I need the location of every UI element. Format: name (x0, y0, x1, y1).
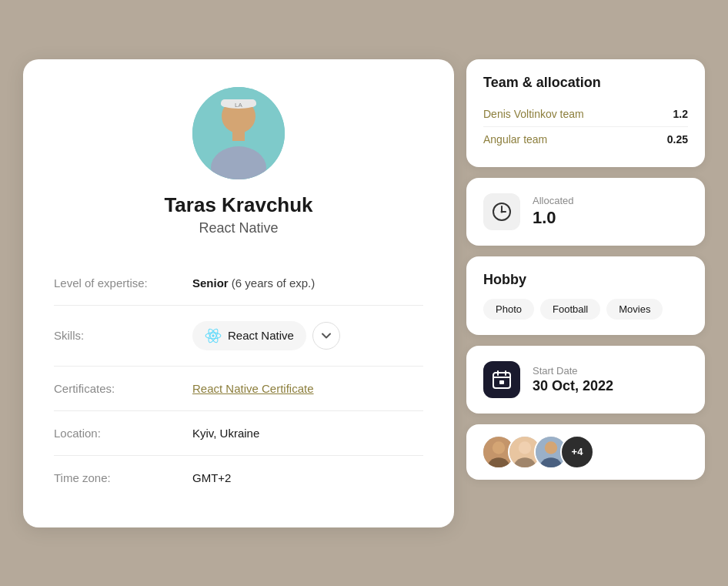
right-column: Team & allocation Denis Voltinkov team 1… (466, 59, 705, 480)
allocated-value: 1.0 (533, 208, 573, 228)
profile-header: LA Taras Kravchuk React Native (54, 87, 423, 236)
hobby-tag-movies: Movies (606, 299, 663, 320)
profile-role: React Native (199, 220, 278, 236)
team-name-1: Denis Voltinkov team (483, 108, 584, 120)
team-name-2: Angular team (483, 133, 547, 146)
team-allocation-title: Team & allocation (483, 75, 688, 91)
calendar-icon (492, 370, 512, 390)
chevron-down-icon (321, 330, 332, 341)
skill-expand-button[interactable] (312, 322, 340, 350)
clock-icon (491, 201, 513, 223)
teams-list: Denis Voltinkov team 1.2 Angular team 0.… (483, 102, 688, 152)
calendar-icon-wrap (483, 361, 520, 398)
timezone-value: GMT+2 (192, 471, 231, 484)
team-value-1: 1.2 (673, 108, 688, 120)
timezone-row: Time zone: GMT+2 (54, 456, 423, 500)
expertise-row: Level of expertise: Senior (6 years of e… (54, 261, 423, 306)
hobby-widget: Hobby Photo Football Movies (466, 256, 705, 335)
skill-badge: React Native (192, 321, 306, 350)
start-date-label: Start Date (533, 365, 613, 377)
allocated-label: Allocated (533, 195, 573, 206)
svg-point-21 (493, 441, 505, 454)
react-native-icon (205, 327, 222, 344)
skills-value: React Native (192, 321, 340, 350)
start-date-info: Start Date 30 Oct, 2022 (533, 365, 613, 394)
profile-name: Taras Kravchuk (164, 193, 312, 217)
skills-label: Skills: (54, 329, 192, 342)
avatar-group: +4 (466, 424, 705, 480)
expertise-label: Level of expertise: (54, 276, 192, 290)
location-row: Location: Kyiv, Ukraine (54, 411, 423, 456)
svg-rect-19 (499, 380, 504, 384)
team-row: Denis Voltinkov team 1.2 (483, 102, 688, 127)
certificate-link[interactable]: React Native Certificate (192, 382, 314, 395)
svg-rect-6 (232, 130, 245, 141)
avatar: LA (192, 87, 285, 179)
svg-text:LA: LA (235, 102, 242, 109)
allocated-inner: Allocated 1.0 (483, 193, 688, 230)
start-date-widget: Start Date 30 Oct, 2022 (466, 346, 705, 414)
location-label: Location: (54, 427, 192, 440)
hobby-tag-football: Football (540, 299, 600, 320)
team-allocation-widget: Team & allocation Denis Voltinkov team 1… (466, 59, 705, 167)
avatar-more: +4 (560, 435, 594, 469)
certificates-label: Certificates: (54, 382, 192, 395)
svg-point-27 (545, 441, 557, 454)
timezone-label: Time zone: (54, 471, 192, 484)
clock-icon-wrap (483, 193, 520, 230)
allocated-widget: Allocated 1.0 (466, 178, 705, 246)
profile-card: LA Taras Kravchuk React Native Level of … (23, 59, 454, 527)
expertise-value: Senior (6 years of exp.) (192, 276, 315, 290)
hobby-tags: Photo Football Movies (483, 299, 688, 320)
svg-point-10 (212, 334, 214, 337)
location-value: Kyiv, Ukraine (192, 427, 259, 440)
allocated-info: Allocated 1.0 (533, 195, 573, 228)
start-date-inner: Start Date 30 Oct, 2022 (483, 361, 688, 398)
team-value-2: 0.25 (667, 133, 688, 146)
hobby-tag-photo: Photo (483, 299, 534, 320)
skills-row: Skills: React Native (54, 306, 423, 367)
svg-point-14 (501, 210, 503, 213)
certificates-row: Certificates: React Native Certificate (54, 367, 423, 411)
team-row: Angular team 0.25 (483, 127, 688, 152)
info-table: Level of expertise: Senior (6 years of e… (54, 261, 423, 500)
hobby-title: Hobby (483, 272, 688, 288)
svg-point-24 (519, 441, 531, 454)
start-date-value: 30 Oct, 2022 (533, 378, 613, 394)
